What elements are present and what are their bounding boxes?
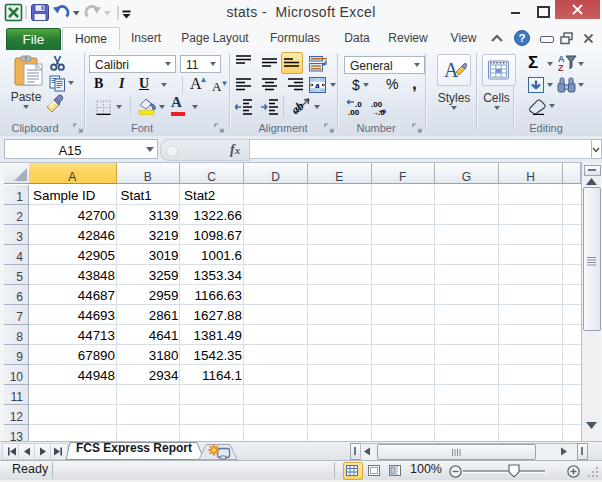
svg-text:Z: Z — [558, 63, 564, 73]
svg-text:.00: .00 — [348, 108, 360, 116]
svg-text:?: ? — [519, 32, 526, 44]
svg-text:A: A — [444, 59, 459, 80]
svg-text:→.0: →.0 — [371, 108, 385, 116]
svg-text:a: a — [315, 80, 320, 90]
svg-text:ab: ab — [292, 99, 307, 116]
